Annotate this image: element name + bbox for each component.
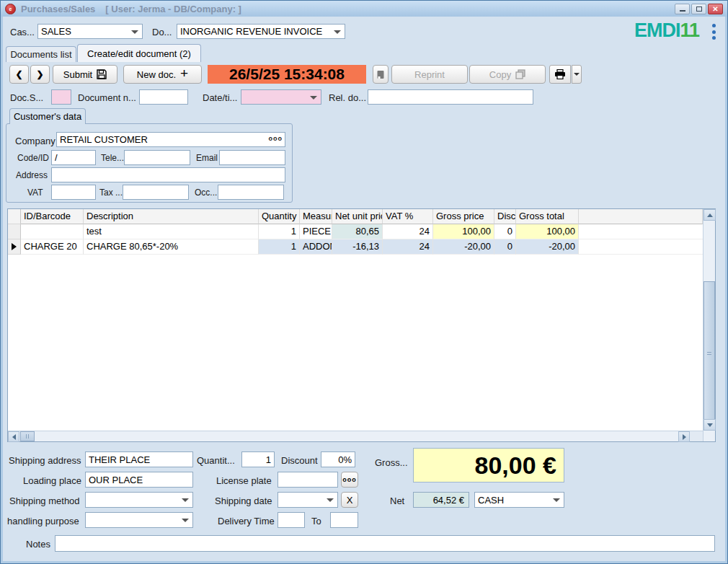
shipping-method-select[interactable] <box>85 492 193 508</box>
doc-series-field[interactable] <box>51 89 71 105</box>
window-session-info: [ User: Jerma - DB/Company: ] <box>105 4 241 14</box>
telephone-input[interactable] <box>124 150 190 165</box>
scroll-down-button[interactable] <box>703 419 716 431</box>
company-lookup-button[interactable]: ooo <box>269 135 283 142</box>
tab-label: Create/edit document (2) <box>87 48 191 59</box>
arrow-right-icon <box>683 434 686 440</box>
cell-discount[interactable]: 0 <box>494 239 516 255</box>
horizontal-scroll-thumb[interactable] <box>20 431 35 441</box>
cell-measure[interactable]: ADDON <box>300 239 332 255</box>
license-plate-lookup-button[interactable]: ooo <box>341 472 358 488</box>
col-header-vat[interactable]: VAT % <box>383 209 433 224</box>
delete-doc-button[interactable] <box>373 65 389 84</box>
horizontal-scrollbar[interactable] <box>8 431 703 441</box>
scroll-up-button[interactable] <box>703 209 716 221</box>
doctype-select[interactable]: INORGANIC REVENUE INVOICE <box>177 24 345 39</box>
company-label: Company <box>15 136 56 146</box>
table-row-selected[interactable]: CHARGE 20 CHARGE 80,65*-20% 1 ADDON -16,… <box>8 239 703 255</box>
handling-purpose-select[interactable] <box>85 512 193 528</box>
print-button[interactable] <box>549 65 571 84</box>
cell-vat[interactable]: 24 <box>383 224 433 239</box>
new-doc-button[interactable]: New doc. + <box>123 65 202 84</box>
quantity-input[interactable] <box>241 451 275 467</box>
cell-id[interactable] <box>21 224 84 239</box>
loading-place-label: Loading place <box>23 475 81 486</box>
vat-label: VAT <box>27 188 43 198</box>
doc-datetime-select[interactable] <box>241 89 321 105</box>
submit-button[interactable]: Submit <box>53 65 117 84</box>
tab-documents-list[interactable]: Documents list <box>6 46 76 62</box>
next-doc-button[interactable]: ❯ <box>30 65 50 84</box>
company-input[interactable] <box>56 132 285 147</box>
tab-customers-data[interactable]: Customer's data <box>9 108 86 124</box>
col-header-discount[interactable]: Disco <box>494 209 516 224</box>
copy-button[interactable]: Copy <box>469 65 546 84</box>
delivery-time-input[interactable] <box>278 512 305 528</box>
scroll-right-button[interactable] <box>678 431 690 442</box>
payment-method-select[interactable]: CASH <box>474 492 564 508</box>
doc-series-label: Doc.S... <box>10 92 43 103</box>
table-row[interactable]: test 1 PIECE 80,65 24 100,00 0 100,00 <box>8 224 703 239</box>
address-label: Address <box>16 170 48 180</box>
col-header-gross-price[interactable]: Gross price <box>433 209 494 224</box>
address-input[interactable] <box>51 167 285 182</box>
row-selector-cell[interactable] <box>8 224 21 239</box>
doc-number-input[interactable] <box>139 89 188 105</box>
cell-net-unit-price[interactable]: 80,65 <box>332 224 383 239</box>
code-id-input[interactable] <box>51 150 96 165</box>
cell-discount[interactable]: 0 <box>494 224 516 239</box>
chevron-down-icon <box>182 498 189 502</box>
current-row-icon <box>12 243 17 250</box>
loading-place-input[interactable] <box>85 472 193 488</box>
license-plate-input[interactable] <box>278 472 338 488</box>
cell-description[interactable]: test <box>84 224 259 239</box>
handling-purpose-label: handling purpose <box>7 516 79 526</box>
tab-label: Customer's data <box>14 111 81 122</box>
tab-create-edit-document[interactable]: Create/edit document (2) <box>77 44 201 62</box>
col-header-id-barcode[interactable]: ID/Barcode <box>21 209 84 224</box>
cell-quantity[interactable]: 1 <box>259 239 300 255</box>
cell-quantity[interactable]: 1 <box>259 224 300 239</box>
cell-measure[interactable]: PIECE <box>300 224 332 239</box>
cell-id[interactable]: CHARGE 20 <box>21 239 84 255</box>
cell-gross-total[interactable]: 100,00 <box>516 224 579 239</box>
tax-office-input[interactable] <box>123 185 189 200</box>
cell-vat[interactable]: 24 <box>383 239 433 255</box>
close-button[interactable]: ✕ <box>708 4 723 14</box>
cell-gross-price[interactable]: 100,00 <box>433 224 494 239</box>
related-doc-input[interactable] <box>368 89 533 105</box>
cell-net-unit-price[interactable]: -16,13 <box>332 239 383 255</box>
email-input[interactable] <box>219 150 285 165</box>
print-options-button[interactable] <box>572 65 582 84</box>
scroll-left-button[interactable] <box>8 431 19 442</box>
occupation-input[interactable] <box>218 185 284 200</box>
col-header-net-unit-price[interactable]: Net unit pric <box>332 209 383 224</box>
vertical-scrollbar[interactable] <box>703 209 715 441</box>
kebab-menu-button[interactable] <box>709 24 718 40</box>
row-selector-cell[interactable] <box>8 239 21 255</box>
minimize-button[interactable] <box>675 4 690 14</box>
cashier-label: Cas... <box>10 27 35 38</box>
shipping-address-input[interactable] <box>85 451 193 467</box>
delivery-to-input[interactable] <box>330 512 358 528</box>
cell-description[interactable]: CHARGE 80,65*-20% <box>84 239 259 255</box>
discount-input[interactable] <box>321 451 355 467</box>
col-header-description[interactable]: Description <box>84 209 259 224</box>
shipping-date-select[interactable] <box>278 492 338 508</box>
vertical-scroll-thumb[interactable] <box>703 281 715 422</box>
cell-gross-price[interactable]: -20,00 <box>433 239 494 255</box>
col-header-quantity[interactable]: Quantity <box>259 209 300 224</box>
horizontal-scroll-track[interactable] <box>35 431 678 441</box>
cell-gross-total[interactable]: -20,00 <box>516 239 579 255</box>
reprint-button[interactable]: Reprint <box>391 65 468 84</box>
vat-input[interactable] <box>51 185 96 200</box>
tab-label: Documents list <box>10 49 71 60</box>
prev-doc-button[interactable]: ❮ <box>9 65 29 84</box>
gross-total-label: Gross... <box>375 457 408 468</box>
col-header-gross-total[interactable]: Gross total <box>516 209 579 224</box>
maximize-button[interactable] <box>691 4 706 14</box>
col-header-measure[interactable]: Measur <box>300 209 332 224</box>
notes-input[interactable] <box>55 535 715 552</box>
clear-shipping-date-button[interactable]: X <box>341 492 358 508</box>
cashier-select[interactable]: SALES <box>37 24 143 39</box>
